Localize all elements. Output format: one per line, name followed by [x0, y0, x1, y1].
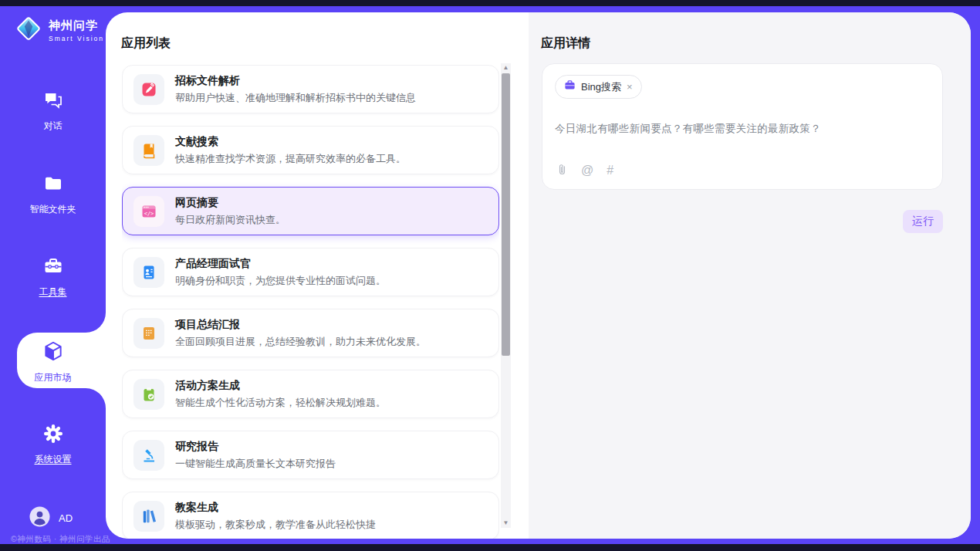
gear-icon: [42, 423, 64, 448]
app-list-title: 应用列表: [121, 35, 171, 52]
book-icon: [133, 135, 164, 166]
sidebar-item-label: 应用市场: [35, 371, 72, 384]
blob-curve-bottom: [86, 388, 106, 408]
app-card-description: 快速精准查找学术资源，提高研究效率的必备工具。: [175, 152, 406, 166]
app-card-title: 文献搜索: [175, 135, 406, 149]
scroll-down-arrow-icon[interactable]: ▼: [501, 519, 511, 528]
chat-icon: [42, 90, 64, 114]
mention-icon[interactable]: @: [581, 164, 593, 177]
sidebar-item-label: 工具集: [39, 286, 67, 299]
app-detail-pane: 应用详情 Bing搜索 × 今日湖北有哪些新闻要点？有哪些需要关注的最新政策？: [529, 12, 971, 539]
copyright-footer: ©神州数码 · 神州问学出品: [11, 534, 111, 545]
sidebar-item-smart-folder[interactable]: 智能文件夹: [0, 173, 106, 216]
logo-subtitle: Smart Vision: [49, 35, 104, 42]
sidebar-item-label: 智能文件夹: [30, 203, 76, 216]
resume-icon: [133, 257, 164, 288]
app-card-description: 明确身份和职责，为您提供专业性的面试问题。: [175, 274, 386, 288]
app-card-3[interactable]: </> 网页摘要 每日政府新闻资讯快查。: [122, 187, 499, 235]
app-logo: 神州问学 Smart Vision: [14, 14, 104, 46]
app-card-title: 网页摘要: [175, 196, 286, 210]
composer-toolbar: @ #: [556, 163, 613, 178]
microscope-icon: [133, 440, 164, 471]
app-list-pane: 应用列表 招标文件解析 帮助用户快速、准确地理解和解析招标书中的关键信息 文献搜…: [106, 12, 529, 539]
query-composer[interactable]: Bing搜索 × 今日湖北有哪些新闻要点？有哪些需要关注的最新政策？ @ #: [542, 63, 943, 190]
memo-icon: [133, 318, 164, 349]
tool-chip-label: Bing搜索: [581, 80, 621, 94]
books-icon: [133, 501, 164, 532]
user-account[interactable]: AD: [29, 506, 73, 530]
sidebar: 神州问学 Smart Vision 对话 智能文件夹: [0, 6, 106, 544]
app-card-title: 活动方案生成: [175, 379, 386, 393]
scroll-up-arrow-icon[interactable]: ▲: [501, 63, 511, 73]
attachment-icon[interactable]: [556, 163, 568, 178]
app-card-list: 招标文件解析 帮助用户快速、准确地理解和解析招标书中的关键信息 文献搜索 快速精…: [122, 65, 499, 539]
sidebar-item-settings[interactable]: 系统设置: [0, 423, 106, 466]
app-card-6[interactable]: 活动方案生成 智能生成个性化活动方案，轻松解决规划难题。: [122, 370, 499, 418]
app-card-description: 模板驱动，教案秒成，教学准备从此轻松快捷: [175, 518, 376, 532]
app-card-title: 招标文件解析: [175, 74, 416, 88]
app-card-7[interactable]: 研究报告 一键智能生成高质量长文本研究报告: [122, 431, 499, 479]
browser-code-icon: </>: [133, 196, 164, 227]
app-card-2[interactable]: 文献搜索 快速精准查找学术资源，提高研究效率的必备工具。: [122, 126, 499, 174]
app-card-description: 全面回顾项目进展，总结经验教训，助力未来优化发展。: [175, 335, 426, 349]
app-shell: 神州问学 Smart Vision 对话 智能文件夹: [0, 6, 980, 544]
sidebar-item-app-market[interactable]: 应用市场: [0, 340, 106, 384]
svg-text:</>: </>: [144, 210, 154, 216]
app-card-1[interactable]: 招标文件解析 帮助用户快速、准确地理解和解析招标书中的关键信息: [122, 65, 499, 113]
tool-chip-bing-search[interactable]: Bing搜索 ×: [555, 75, 642, 99]
app-card-description: 智能生成个性化活动方案，轻松解决规划难题。: [175, 396, 386, 410]
logo-diamond-icon: [14, 14, 43, 46]
sidebar-item-chat[interactable]: 对话: [0, 90, 106, 133]
hashtag-icon[interactable]: #: [607, 164, 613, 177]
blob-curve-top: [86, 313, 106, 333]
list-scrollbar[interactable]: ▲ ▼: [501, 63, 511, 528]
avatar: [29, 506, 50, 530]
run-button[interactable]: 运行: [903, 210, 943, 233]
close-icon[interactable]: ×: [627, 82, 633, 92]
app-card-description: 帮助用户快速、准确地理解和解析招标书中的关键信息: [175, 91, 416, 105]
clipboard-check-icon: [133, 379, 164, 410]
toolbox-icon: [42, 255, 64, 280]
app-card-4[interactable]: 产品经理面试官 明确身份和职责，为您提供专业性的面试问题。: [122, 248, 499, 296]
app-card-description: 每日政府新闻资讯快查。: [175, 213, 286, 227]
scrollbar-thumb[interactable]: [502, 73, 510, 356]
folder-icon: [42, 173, 64, 198]
logo-title: 神州问学: [49, 19, 104, 33]
edit-pen-icon: [133, 74, 164, 105]
query-text[interactable]: 今日湖北有哪些新闻要点？有哪些需要关注的最新政策？: [555, 122, 930, 136]
sidebar-item-label: 系统设置: [35, 453, 72, 466]
cube-icon: [42, 340, 65, 366]
app-card-title: 研究报告: [175, 440, 336, 454]
sidebar-item-label: 对话: [44, 120, 63, 133]
app-card-title: 项目总结汇报: [175, 318, 426, 332]
user-name: AD: [59, 512, 73, 524]
app-detail-title: 应用详情: [541, 35, 590, 52]
briefcase-icon: [564, 79, 576, 94]
app-card-title: 教案生成: [175, 501, 376, 515]
app-card-8[interactable]: 教案生成 模板驱动，教案秒成，教学准备从此轻松快捷: [122, 492, 499, 539]
app-card-title: 产品经理面试官: [175, 257, 386, 271]
sidebar-item-toolkit[interactable]: 工具集: [0, 255, 106, 299]
main-panel: 应用列表 招标文件解析 帮助用户快速、准确地理解和解析招标书中的关键信息 文献搜…: [106, 12, 971, 539]
app-card-5[interactable]: 项目总结汇报 全面回顾项目进展，总结经验教训，助力未来优化发展。: [122, 309, 499, 357]
app-card-description: 一键智能生成高质量长文本研究报告: [175, 457, 336, 471]
